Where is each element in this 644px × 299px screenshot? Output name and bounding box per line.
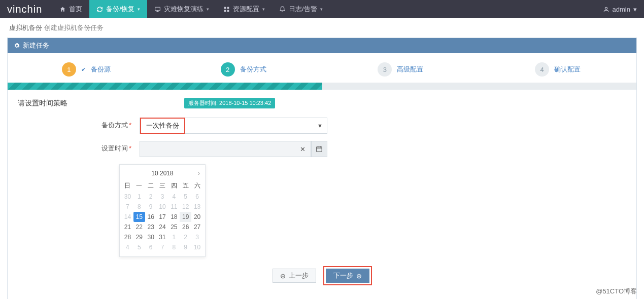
calendar-next[interactable]: › (198, 170, 200, 177)
calendar-day: 6 (145, 242, 157, 252)
calendar-day: 1 (133, 192, 145, 202)
calendar-day[interactable]: 31 (157, 232, 168, 242)
calendar-day[interactable]: 22 (133, 222, 145, 232)
calendar-day[interactable]: 20 (191, 212, 203, 222)
calendar-day[interactable]: 18 (168, 212, 180, 222)
caret-down-icon: ▼ (317, 123, 323, 129)
watermark: @51CTO博客 (596, 287, 637, 296)
calendar-dow: 五 (180, 180, 191, 192)
calendar-day: 13 (191, 202, 203, 212)
breadcrumb-root: 虚拟机备份 (9, 24, 42, 31)
nav-resource-label: 资源配置 (233, 5, 259, 14)
calendar-day[interactable]: 24 (157, 222, 168, 232)
time-input[interactable] (140, 141, 295, 157)
calendar-day[interactable]: 30 (145, 232, 157, 242)
calendar-day: 9 (180, 242, 191, 252)
calendar-day: 12 (180, 202, 191, 212)
calendar-day[interactable]: 17 (157, 212, 168, 222)
step-4[interactable]: 4确认配置 (479, 62, 636, 77)
user-name: admin (613, 6, 630, 13)
grid-icon (223, 6, 230, 13)
calendar-day[interactable]: 15 (133, 212, 145, 222)
calendar-day[interactable]: 28 (122, 232, 133, 242)
calendar-day[interactable]: 23 (145, 222, 157, 232)
calendar-day: 4 (168, 192, 180, 202)
calendar-day: 2 (145, 192, 157, 202)
calendar-day[interactable]: 21 (122, 222, 133, 232)
calendar-day[interactable]: 29 (133, 232, 145, 242)
chevron-down-icon: ▾ (320, 7, 323, 12)
calendar-day: 3 (191, 232, 203, 242)
user-menu[interactable]: admin ▾ (603, 6, 637, 13)
wizard-footer: ⊖ 上一步 下一步 ⊕ (18, 257, 626, 288)
calendar-day[interactable]: 19 (180, 212, 191, 222)
calendar-day[interactable]: 25 (168, 222, 180, 232)
nav-log[interactable]: 日志/告警 ▾ (272, 0, 330, 18)
svg-rect-1 (224, 7, 226, 9)
calendar-day: 5 (133, 242, 145, 252)
highlight-annotation: 下一步 ⊕ (323, 266, 372, 285)
arrow-left-icon: ⊖ (280, 272, 286, 280)
highlight-annotation: 一次性备份 (140, 118, 185, 134)
brand-logo: vinchin (7, 4, 42, 15)
step-2-label: 备份方式 (240, 65, 266, 74)
step-1-label: 备份源 (91, 65, 111, 74)
method-value: 一次性备份 (146, 121, 179, 130)
step-3[interactable]: 3高级配置 (322, 62, 480, 77)
top-nav: vinchin 首页 备份/恢复 ▾ 灾难恢复演练 ▾ 资源配置 ▾ 日志/告警… (0, 0, 644, 18)
nav-log-label: 日志/告警 (289, 5, 317, 14)
time-label: 设置时间 (101, 144, 128, 152)
calendar-dow: 一 (133, 180, 145, 192)
calendar-day: 11 (168, 202, 180, 212)
clear-button[interactable]: ✕ (295, 141, 311, 157)
next-label: 下一步 (333, 271, 353, 280)
nav-home-label: 首页 (69, 5, 82, 14)
close-icon: ✕ (300, 145, 306, 153)
calendar-day: 1 (168, 232, 180, 242)
arrow-right-icon: ⊕ (356, 272, 362, 280)
nav-dr[interactable]: 灾难恢复演练 ▾ (147, 0, 216, 18)
step-4-label: 确认配置 (554, 65, 581, 74)
panel-title: 新建任务 (8, 38, 636, 53)
form-area: 请设置时间策略 服务器时间: 2018-10-15 10:23:42 备份方式*… (8, 90, 636, 299)
svg-rect-2 (227, 7, 229, 9)
step-3-label: 高级配置 (397, 65, 423, 74)
nav-backup-label: 备份/恢复 (106, 5, 134, 14)
calendar-day[interactable]: 16 (145, 212, 157, 222)
calendar-day[interactable]: 27 (191, 222, 203, 232)
step-2[interactable]: 2备份方式 (165, 62, 322, 77)
calendar-day: 8 (133, 202, 145, 212)
calendar-dow: 六 (191, 180, 203, 192)
calendar-day[interactable]: 26 (180, 222, 191, 232)
calendar-dow: 三 (157, 180, 168, 192)
nav-dr-label: 灾难恢复演练 (164, 5, 204, 14)
calendar-day: 6 (191, 192, 203, 202)
panel-title-text: 新建任务 (23, 41, 49, 50)
nav-resource[interactable]: 资源配置 ▾ (216, 0, 272, 18)
svg-point-5 (605, 7, 607, 9)
wizard-steps: 1✔备份源 2备份方式 3高级配置 4确认配置 (8, 53, 636, 83)
nav-home[interactable]: 首页 (52, 0, 89, 18)
nav-backup[interactable]: 备份/恢复 ▾ (89, 0, 147, 18)
svg-rect-0 (155, 7, 160, 11)
refresh-icon (96, 6, 103, 13)
calendar-day: 9 (145, 202, 157, 212)
chevron-down-icon: ▾ (207, 7, 209, 12)
required-mark: * (129, 144, 131, 152)
wizard-panel: 新建任务 1✔备份源 2备份方式 3高级配置 4确认配置 请设置时间策略 服务器… (7, 38, 637, 299)
check-icon: ✔ (81, 66, 86, 73)
step-1[interactable]: 1✔备份源 (8, 62, 165, 77)
chevron-down-icon: ▾ (633, 6, 637, 13)
bell-icon (279, 6, 286, 13)
calendar-button[interactable] (311, 141, 327, 157)
calendar-title: 10 2018 (151, 170, 173, 177)
breadcrumb-leaf: 创建虚拟机备份任务 (44, 24, 104, 31)
gear-icon (14, 43, 20, 49)
next-button[interactable]: 下一步 ⊕ (326, 269, 369, 283)
calendar-day: 7 (157, 242, 168, 252)
server-time-badge: 服务器时间: 2018-10-15 10:23:42 (184, 98, 275, 108)
prev-button[interactable]: ⊖ 上一步 (273, 269, 316, 283)
chevron-down-icon: ▾ (138, 7, 140, 12)
backup-method-select[interactable]: 一次性备份 ▼ (140, 118, 327, 134)
calendar-day: 10 (157, 202, 168, 212)
